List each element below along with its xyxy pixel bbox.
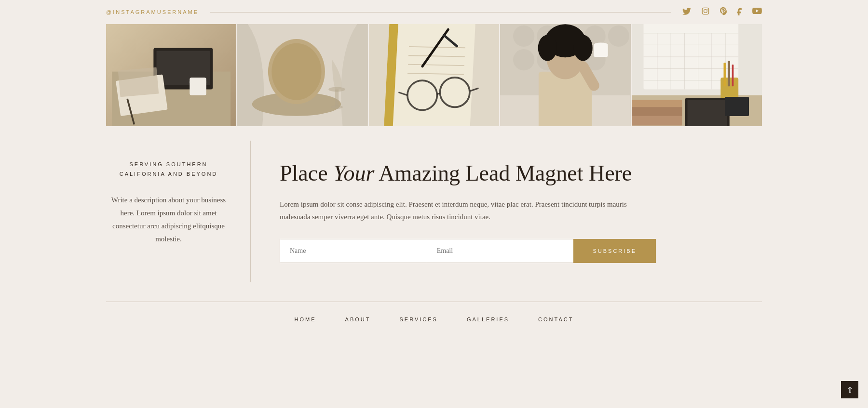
lead-title-end: Amazing Lead Magnet Here <box>374 161 632 185</box>
svg-point-36 <box>513 26 534 47</box>
sidebar-description: Write a description about your business … <box>106 194 231 246</box>
svg-rect-68 <box>723 63 726 86</box>
svg-point-49 <box>574 35 593 61</box>
subscribe-button[interactable]: SUBSCRIBE <box>573 239 656 263</box>
svg-point-52 <box>594 42 608 47</box>
svg-point-41 <box>513 49 534 70</box>
svg-rect-69 <box>728 61 730 87</box>
nav-services[interactable]: SERVICES <box>399 316 437 322</box>
photo-woman-coffee <box>500 24 630 126</box>
svg-rect-0 <box>702 8 708 14</box>
nav-home[interactable]: HOME <box>295 316 316 322</box>
email-input[interactable] <box>427 239 574 263</box>
svg-rect-11 <box>190 78 206 95</box>
name-input[interactable] <box>280 239 427 263</box>
youtube-icon[interactable] <box>752 8 762 16</box>
lead-title-italic: Your <box>333 161 374 185</box>
svg-point-1 <box>704 10 707 13</box>
footer-nav: HOME ABOUT SERVICES GALLERIES CONTACT <box>0 302 868 337</box>
lead-title-start: Place <box>280 161 333 185</box>
svg-rect-8 <box>116 74 168 116</box>
svg-rect-73 <box>632 116 682 126</box>
twitter-icon[interactable] <box>682 8 691 17</box>
nav-galleries[interactable]: GALLERIES <box>467 316 509 322</box>
instagram-icon[interactable] <box>702 7 709 17</box>
svg-line-30 <box>437 93 440 94</box>
photo-notebook-glasses <box>369 24 499 126</box>
instagram-handle[interactable]: @INSTAGRAMUSERNAME <box>106 9 199 15</box>
svg-rect-70 <box>732 65 733 86</box>
svg-rect-75 <box>687 100 727 126</box>
svg-point-40 <box>608 26 629 47</box>
svg-point-48 <box>538 35 557 61</box>
svg-point-2 <box>707 9 707 10</box>
lead-magnet-title: Place Your Amazing Lead Magnet Here <box>280 160 762 186</box>
top-bar-divider <box>210 12 671 13</box>
sidebar-heading: SERVING SOUTHERNCALIFORNIA AND BEYOND <box>106 160 231 179</box>
subscribe-form: SUBSCRIBE <box>280 239 656 263</box>
scroll-top-icon: ⇧ <box>847 385 853 395</box>
scroll-to-top-button[interactable]: ⇧ <box>841 381 858 398</box>
svg-rect-45 <box>539 72 592 126</box>
photo-desk-calendar <box>632 24 762 126</box>
pinterest-icon[interactable] <box>720 7 727 17</box>
main-content: SERVING SOUTHERNCALIFORNIA AND BEYOND Wr… <box>0 141 868 282</box>
svg-rect-22 <box>384 24 475 126</box>
photo-hat-glass <box>237 24 367 126</box>
svg-point-16 <box>272 43 322 100</box>
svg-point-19 <box>331 105 343 109</box>
lead-magnet-section: Place Your Amazing Lead Magnet Here Lore… <box>251 141 762 282</box>
svg-rect-18 <box>335 89 339 107</box>
social-icons-group <box>682 7 762 17</box>
photo-desk-laptop <box>106 24 236 126</box>
sidebar: SERVING SOUTHERNCALIFORNIA AND BEYOND Wr… <box>106 141 251 282</box>
nav-about[interactable]: ABOUT <box>345 316 371 322</box>
photo-strip <box>0 24 868 126</box>
nav-contact[interactable]: CONTACT <box>538 316 573 322</box>
top-bar: @INSTAGRAMUSERNAME <box>0 0 868 24</box>
lead-description: Lorem ipsum dolor sit conse adipiscing e… <box>280 198 656 224</box>
facebook-icon[interactable] <box>737 7 742 17</box>
